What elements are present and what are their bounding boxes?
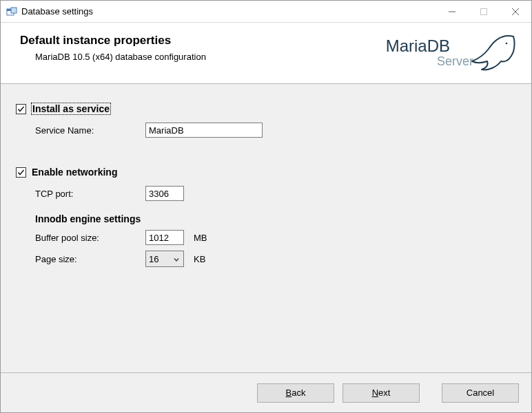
next-button[interactable]: Next <box>342 383 420 403</box>
page-size-value: 16 <box>149 254 158 264</box>
page-size-row: Page size: 16 KB <box>35 251 516 267</box>
install-as-service-row: Install as service <box>16 103 516 114</box>
content-area: Install as service Service Name: Enable … <box>1 84 531 372</box>
tcp-port-row: TCP port: <box>35 186 516 201</box>
titlebar: Database settings <box>1 1 531 23</box>
window-controls <box>436 1 531 22</box>
svg-text:MariaDB: MariaDB <box>386 36 450 55</box>
buffer-pool-label: Buffer pool size: <box>35 233 145 243</box>
install-as-service-label: Install as service <box>32 103 110 114</box>
tcp-port-input[interactable] <box>145 186 184 201</box>
minimize-button[interactable] <box>436 1 468 22</box>
service-name-input[interactable] <box>145 123 263 138</box>
innodb-settings-title: Innodb engine settings <box>35 213 516 224</box>
mariadb-logo: MariaDB Server <box>385 32 516 75</box>
buffer-pool-unit: MB <box>194 233 207 243</box>
app-icon <box>6 6 17 17</box>
close-button[interactable] <box>500 1 531 22</box>
header: Default instance properties MariaDB 10.5… <box>1 23 531 84</box>
header-subtitle: MariaDB 10.5 (x64) database configuratio… <box>35 52 385 62</box>
cancel-button[interactable]: Cancel <box>442 383 519 403</box>
enable-networking-label: Enable networking <box>32 167 117 178</box>
footer: Back Next Cancel <box>1 372 531 412</box>
page-size-unit: KB <box>194 254 205 264</box>
buffer-pool-row: Buffer pool size: MB <box>35 230 516 245</box>
svg-text:Server: Server <box>437 54 473 68</box>
enable-networking-checkbox[interactable] <box>16 167 26 178</box>
page-size-select[interactable]: 16 <box>145 251 184 267</box>
installer-window: Database settings Default instance prope… <box>0 0 532 413</box>
svg-rect-2 <box>11 8 17 13</box>
svg-point-9 <box>506 43 508 45</box>
maximize-button <box>468 1 500 22</box>
service-name-row: Service Name: <box>35 123 516 138</box>
buffer-pool-input[interactable] <box>145 230 184 245</box>
svg-rect-4 <box>481 8 487 14</box>
service-name-label: Service Name: <box>35 125 145 136</box>
page-size-label: Page size: <box>35 254 145 264</box>
install-as-service-checkbox[interactable] <box>16 104 26 114</box>
window-title: Database settings <box>21 6 93 17</box>
header-title: Default instance properties <box>20 34 385 47</box>
back-button[interactable]: Back <box>257 383 334 403</box>
chevron-down-icon <box>174 254 179 264</box>
tcp-port-label: TCP port: <box>35 189 145 199</box>
enable-networking-row: Enable networking <box>16 167 516 178</box>
